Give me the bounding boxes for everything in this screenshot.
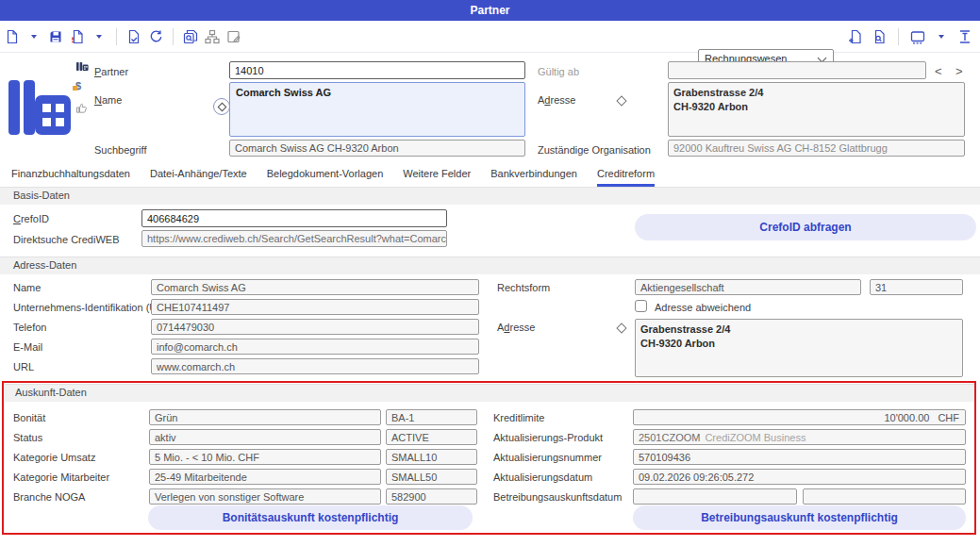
email-label: E-Mail xyxy=(13,341,42,353)
telefon-label: Telefon xyxy=(13,322,46,333)
rechtsform-field[interactable]: Aktiengesellschaft xyxy=(635,279,861,295)
kreditlimite-field[interactable]: 10'000.00 CHF xyxy=(633,409,966,425)
document-add-icon[interactable] xyxy=(847,25,864,48)
telefon-field[interactable]: 0714479030 xyxy=(151,319,479,335)
partner-label: Partner xyxy=(94,66,128,77)
adress-daten-title: Adress-Daten xyxy=(13,257,76,273)
edit-document-icon[interactable] xyxy=(225,25,242,48)
partner-window: Partner xyxy=(0,0,980,546)
basis-daten-title: Basis-Daten xyxy=(13,188,70,204)
adresse-abweichend-checkbox[interactable] xyxy=(635,300,647,312)
crefoid-abfragen-button[interactable]: CrefoID abfragen xyxy=(635,214,976,240)
document-search-icon[interactable] xyxy=(871,25,888,48)
tab-creditreform[interactable]: Creditreform xyxy=(597,162,655,187)
aktualisierungsdatum-field[interactable]: 09.02.2026 09:26:05.272 xyxy=(633,469,966,485)
delete-document-icon[interactable] xyxy=(69,25,86,48)
status-label: Status xyxy=(13,432,42,443)
direktsuche-field[interactable]: https://www.crediweb.ch/Search/GetSearch… xyxy=(141,230,447,247)
branche-noga-field[interactable]: Verlegen von sonstiger Software xyxy=(149,488,381,505)
uid-label: Unternehmens-Identifikation (UID) xyxy=(13,302,171,313)
name-label: Name xyxy=(94,94,122,106)
name-field[interactable]: Comarch Swiss AG xyxy=(229,82,525,137)
copy-search-icon[interactable] xyxy=(182,25,199,48)
gueltig-ab-field[interactable] xyxy=(668,61,926,79)
crefoid-field[interactable]: 406684629 xyxy=(141,209,447,227)
adr-adresse-label: Adresse xyxy=(497,322,535,333)
window-title: Partner xyxy=(470,4,509,17)
tab-bankverbindungen[interactable]: Bankverbindungen xyxy=(490,162,577,187)
diamond-icon xyxy=(616,323,626,333)
toolbar-left-group xyxy=(4,21,242,52)
aktualisierungs-produkt-field[interactable]: 2501CZOOM CrediZOOM Business xyxy=(633,429,966,445)
text-height-icon[interactable] xyxy=(956,25,973,48)
partner-logo xyxy=(8,79,72,136)
adresse-label: Adresse xyxy=(538,94,575,106)
partner-field[interactable]: 14010 xyxy=(229,61,525,79)
delete-document-caret-icon[interactable] xyxy=(91,25,108,48)
price-icon[interactable]: $ xyxy=(75,80,81,91)
betreibungsauskunftsdatum-label: Betreibungsauskunftsdatum xyxy=(493,491,622,503)
betreibungsauskunftsdatum-field-1[interactable] xyxy=(633,488,797,505)
kreditlimite-value: 10'000.00 xyxy=(884,411,929,424)
link-diamond-icon[interactable] xyxy=(213,98,230,115)
new-document-icon[interactable] xyxy=(4,25,21,48)
window-caret-icon[interactable] xyxy=(933,25,950,48)
branche-noga-label: Branche NOGA xyxy=(13,491,85,503)
kategorie-umsatz-code-field[interactable]: SMALL10 xyxy=(386,449,477,465)
adress-daten-section-header: Adress-Daten xyxy=(0,256,980,274)
branche-noga-code-field[interactable]: 582900 xyxy=(386,488,477,505)
kategorie-mitarbeiter-label: Kategorie Mitarbeiter xyxy=(13,472,109,483)
toolbar-separator xyxy=(116,28,117,45)
betreibungsauskunft-button[interactable]: Betreibungsauskunft kostenpflichtig xyxy=(633,505,966,530)
status-field[interactable]: aktiv xyxy=(149,429,381,445)
organisation-field[interactable]: 92000 Kauftreu Swiss AG CH-8152 Glattbru… xyxy=(668,140,965,157)
basis-daten-section-header: Basis-Daten xyxy=(0,187,980,205)
aktualisierungsnummer-field[interactable]: 570109436 xyxy=(633,449,966,465)
reload-document-icon[interactable] xyxy=(125,25,142,48)
url-label: URL xyxy=(13,361,34,372)
adr-name-label: Name xyxy=(13,282,41,293)
auskunft-daten-title: Auskunft-Daten xyxy=(15,385,87,401)
adresse-field[interactable]: Grabenstrasse 2/4 CH-9320 Arbon xyxy=(668,82,965,137)
adr-name-field[interactable]: Comarch Swiss AG xyxy=(151,279,479,295)
suchbegriff-field[interactable]: Comarch Swiss AG CH-9320 Arbon xyxy=(229,140,525,157)
company-icon[interactable] xyxy=(75,60,89,73)
kategorie-umsatz-label: Kategorie Umsatz xyxy=(13,452,95,463)
kategorie-umsatz-field[interactable]: 5 Mio. - < 10 Mio. CHF xyxy=(149,449,381,465)
url-field[interactable]: www.comarch.ch xyxy=(151,358,479,374)
betreibungsauskunftsdatum-field-2[interactable] xyxy=(803,488,966,505)
next-record-button[interactable]: > xyxy=(955,65,963,77)
tab-finanzbuchhaltungsdaten[interactable]: Finanzbuchhaltungsdaten xyxy=(11,162,130,187)
bonitaetsauskunft-button[interactable]: Bonitätsauskunft kostenpflichtig xyxy=(148,505,473,530)
toolbar-right-group xyxy=(847,21,980,52)
bonitaet-field[interactable]: Grün xyxy=(149,409,381,425)
thumbs-up-icon[interactable] xyxy=(75,102,88,114)
uid-field[interactable]: CHE107411497 xyxy=(151,299,479,315)
tab-weitere-felder[interactable]: Weitere Felder xyxy=(403,162,471,187)
aktualisierungsnummer-label: Aktualisierungsnummer xyxy=(493,452,602,463)
window-icon[interactable] xyxy=(909,25,926,48)
gueltig-ab-label: Gültig ab xyxy=(538,66,579,77)
rechtsform-code-field[interactable]: 31 xyxy=(870,279,963,295)
diamond-icon xyxy=(616,95,626,106)
new-document-caret-icon[interactable] xyxy=(25,25,42,48)
kategorie-mitarbeiter-code-field[interactable]: SMALL50 xyxy=(386,469,477,485)
org-structure-icon[interactable] xyxy=(204,25,221,48)
refresh-icon[interactable] xyxy=(147,25,164,48)
email-field[interactable]: info@comarch.ch xyxy=(151,339,479,355)
aktualisierungs-produkt-code: 2501CZOOM xyxy=(639,431,700,444)
tab-belegdokument-vorlagen[interactable]: Belegdokument-Vorlagen xyxy=(267,162,384,187)
status-code-field[interactable]: ACTIVE xyxy=(386,429,477,445)
kreditlimite-unit: CHF xyxy=(938,411,959,424)
kategorie-mitarbeiter-field[interactable]: 25-49 Mitarbeitende xyxy=(149,469,381,485)
save-icon[interactable] xyxy=(47,25,64,48)
prev-record-button[interactable]: < xyxy=(935,65,942,77)
direktsuche-label: Direktsuche CrediWEB xyxy=(13,234,119,245)
crefoid-label: CrefoID xyxy=(13,213,49,224)
kreditlimite-label: Kreditlimite xyxy=(493,412,544,423)
suchbegriff-label: Suchbegriff xyxy=(94,144,146,156)
adr-adresse-field[interactable]: Grabenstrasse 2/4 CH-9320 Arbon xyxy=(635,319,963,377)
aktualisierungs-produkt-name: CrediZOOM Business xyxy=(705,431,806,444)
bonitaet-code-field[interactable]: BA-1 xyxy=(386,409,477,425)
tab-datei-anhaenge-texte[interactable]: Datei-Anhänge/Texte xyxy=(150,162,247,187)
